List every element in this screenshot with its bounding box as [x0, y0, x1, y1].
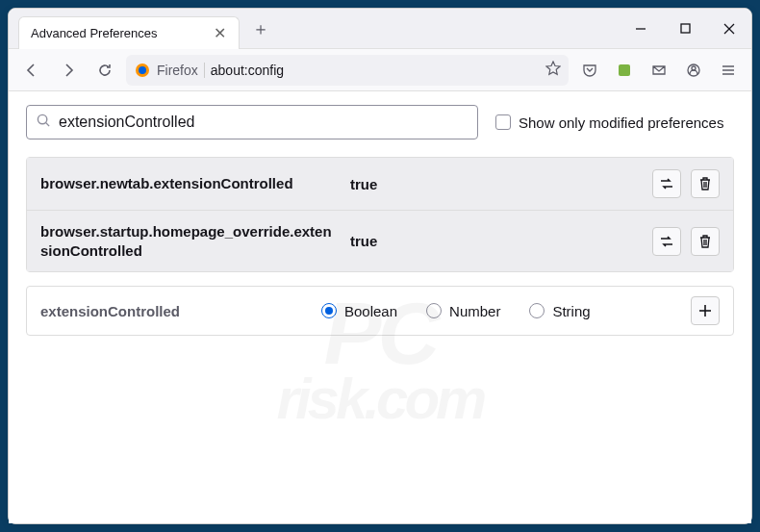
svg-point-12: [38, 114, 46, 123]
checkbox-icon: [495, 114, 511, 130]
radio-icon: [426, 303, 442, 318]
svg-rect-6: [619, 64, 630, 76]
extension-icon[interactable]: [609, 55, 640, 86]
pocket-icon[interactable]: [574, 55, 605, 86]
svg-line-13: [46, 122, 49, 125]
url-text: about:config: [211, 63, 540, 78]
page-content: PCrisk.com Show only modified preference…: [9, 91, 751, 523]
add-button[interactable]: [691, 296, 720, 325]
pref-value: true: [350, 233, 641, 249]
navigation-toolbar: Firefox about:config: [9, 49, 751, 91]
search-row: Show only modified preferences: [26, 105, 734, 139]
back-button[interactable]: [16, 55, 47, 86]
address-bar[interactable]: Firefox about:config: [126, 55, 569, 86]
pref-actions: [652, 169, 720, 198]
search-icon: [37, 114, 51, 132]
pref-value: true: [350, 176, 641, 192]
bookmark-star-icon[interactable]: [545, 61, 561, 80]
new-pref-name: extensionControlled: [40, 303, 310, 319]
close-tab-icon[interactable]: ✕: [212, 25, 227, 40]
new-pref-row: extensionControlled Boolean Number Strin…: [26, 286, 734, 336]
toolbar-icons: [574, 55, 744, 86]
browser-window: Advanced Preferences ✕ ＋ Firefox about:c…: [8, 8, 752, 524]
type-radio-group: Boolean Number String: [321, 303, 679, 319]
tab-title: Advanced Preferences: [31, 26, 164, 40]
svg-rect-1: [681, 24, 690, 33]
reload-button[interactable]: [89, 55, 120, 86]
type-radio-number[interactable]: Number: [426, 303, 500, 319]
preferences-list: browser.newtab.extensionControlled true …: [26, 157, 734, 272]
radio-icon: [321, 303, 337, 318]
browser-tab[interactable]: Advanced Preferences ✕: [18, 16, 240, 49]
maximize-button[interactable]: [663, 9, 707, 49]
pref-name: browser.startup.homepage_override.extens…: [40, 222, 339, 260]
svg-point-8: [692, 66, 696, 70]
radio-label: Number: [449, 303, 500, 319]
identity-label: Firefox: [157, 63, 205, 78]
account-icon[interactable]: [678, 55, 709, 86]
type-radio-boolean[interactable]: Boolean: [321, 303, 397, 319]
search-box[interactable]: [26, 105, 478, 139]
svg-point-5: [139, 66, 146, 74]
toggle-button[interactable]: [652, 227, 681, 256]
checkbox-label: Show only modified preferences: [519, 114, 723, 131]
mail-icon[interactable]: [644, 55, 674, 86]
pref-row[interactable]: browser.newtab.extensionControlled true: [27, 158, 733, 210]
close-window-button[interactable]: [707, 9, 751, 49]
radio-icon: [529, 303, 545, 318]
type-radio-string[interactable]: String: [529, 303, 590, 319]
search-input[interactable]: [59, 114, 468, 131]
pref-row[interactable]: browser.startup.homepage_override.extens…: [27, 210, 733, 271]
delete-button[interactable]: [691, 169, 720, 198]
radio-label: String: [552, 303, 590, 319]
firefox-identity-icon: [134, 62, 151, 79]
new-tab-button[interactable]: ＋: [247, 15, 274, 42]
forward-button[interactable]: [53, 55, 84, 86]
radio-label: Boolean: [344, 303, 397, 319]
toggle-button[interactable]: [652, 169, 681, 198]
titlebar: Advanced Preferences ✕ ＋: [9, 9, 751, 49]
menu-icon[interactable]: [713, 55, 744, 86]
pref-name: browser.newtab.extensionControlled: [40, 174, 339, 193]
minimize-button[interactable]: [619, 9, 663, 49]
pref-actions: [652, 227, 720, 256]
show-modified-checkbox[interactable]: Show only modified preferences: [495, 114, 723, 131]
delete-button[interactable]: [691, 227, 720, 256]
window-controls: [619, 9, 751, 49]
